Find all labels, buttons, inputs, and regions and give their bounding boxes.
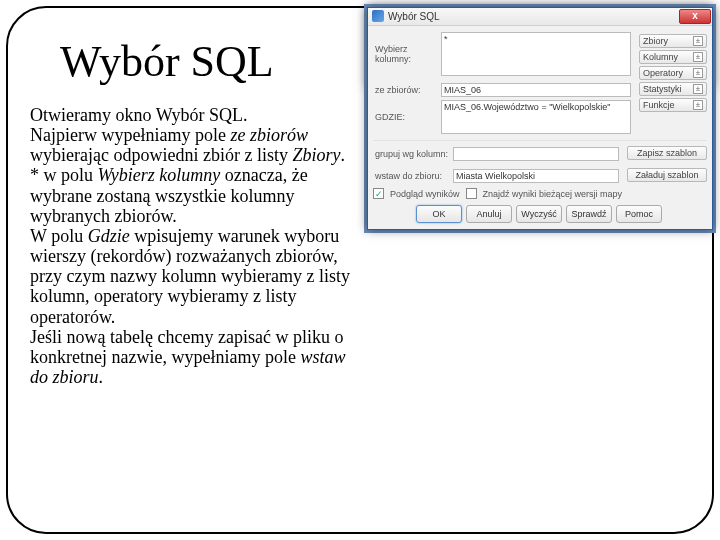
text-2c-italic: Zbiory bbox=[292, 145, 340, 165]
side-button-funkcje[interactable]: Funkcje± bbox=[639, 98, 707, 112]
help-button[interactable]: Pomoc bbox=[616, 205, 662, 223]
dialog-titlebar[interactable]: Wybór SQL x bbox=[368, 8, 712, 26]
expand-icon[interactable]: ± bbox=[693, 52, 703, 62]
close-button[interactable]: x bbox=[679, 9, 711, 24]
label-ze-zbiorow: ze zbiorów: bbox=[373, 85, 441, 95]
expand-icon[interactable]: ± bbox=[693, 84, 703, 94]
button-zapisz-szablon-label: Zapisz szablon bbox=[637, 148, 697, 158]
checkbox-podglad[interactable]: ✓ bbox=[373, 188, 384, 199]
dialog-backdrop: Wybór SQL x Wybierz kolumny: * ze zbioró… bbox=[364, 4, 716, 233]
field-ze-zbiorow[interactable]: MIAS_06 bbox=[441, 83, 631, 97]
text-2d: . bbox=[340, 145, 345, 165]
ok-button[interactable]: OK bbox=[416, 205, 462, 223]
slide-body: Otwieramy okno Wybór SQL. Najpierw wypeł… bbox=[30, 105, 360, 387]
text-2b: wybierając odpowiedni zbiór z listy bbox=[30, 145, 292, 165]
dialog-title: Wybór SQL bbox=[388, 11, 440, 22]
side-button-kolumny-label: Kolumny bbox=[643, 52, 678, 62]
label-wstaw: wstaw do zbioru: bbox=[373, 171, 453, 181]
text-2-italic: ze zbiorów bbox=[230, 125, 308, 145]
button-zaladuj-szablon-label: Załaduj szablon bbox=[635, 170, 698, 180]
text-2a: Najpierw wypełniamy pole bbox=[30, 125, 230, 145]
side-button-operatory-label: Operatory bbox=[643, 68, 683, 78]
label-gdzie: GDZIE: bbox=[373, 112, 441, 122]
clear-button[interactable]: Wyczyść bbox=[516, 205, 562, 223]
text-5b: . bbox=[99, 367, 104, 387]
text-4-italic: Gdzie bbox=[88, 226, 130, 246]
text-3-italic: Wybierz kolumny bbox=[98, 165, 221, 185]
check-button[interactable]: Sprawdź bbox=[566, 205, 612, 223]
checkbox-znajdz-label: Znajdź wyniki bieżącej wersji mapy bbox=[483, 189, 623, 199]
text-4a: W polu bbox=[30, 226, 88, 246]
app-icon bbox=[372, 10, 384, 22]
expand-icon[interactable]: ± bbox=[693, 68, 703, 78]
button-zapisz-szablon[interactable]: Zapisz szablon bbox=[627, 146, 707, 160]
side-button-zbiory-label: Zbiory bbox=[643, 36, 668, 46]
side-button-statystyki-label: Statystyki bbox=[643, 84, 682, 94]
text-5a: Jeśli nową tabelę chcemy zapisać w pliku… bbox=[30, 327, 343, 367]
field-wstaw[interactable]: Miasta Wielkopolski bbox=[453, 169, 619, 183]
cancel-button[interactable]: Anuluj bbox=[466, 205, 512, 223]
side-button-zbiory[interactable]: Zbiory± bbox=[639, 34, 707, 48]
checkbox-podglad-label: Podgląd wyników bbox=[390, 189, 460, 199]
separator bbox=[373, 140, 707, 144]
expand-icon[interactable]: ± bbox=[693, 36, 703, 46]
sql-dialog: Wybór SQL x Wybierz kolumny: * ze zbioró… bbox=[367, 7, 713, 230]
expand-icon[interactable]: ± bbox=[693, 100, 703, 110]
field-grupuj[interactable] bbox=[453, 147, 619, 161]
dialog-body: Wybierz kolumny: * ze zbiorów: MIAS_06 G… bbox=[368, 26, 712, 229]
text-3a: * w polu bbox=[30, 165, 98, 185]
side-button-kolumny[interactable]: Kolumny± bbox=[639, 50, 707, 64]
checkbox-znajdz[interactable] bbox=[466, 188, 477, 199]
field-wybierz-kolumny[interactable]: * bbox=[441, 32, 631, 76]
field-gdzie[interactable]: MIAS_06.Województwo = "Wielkopolskie" bbox=[441, 100, 631, 134]
button-zaladuj-szablon[interactable]: Załaduj szablon bbox=[627, 168, 707, 182]
side-button-operatory[interactable]: Operatory± bbox=[639, 66, 707, 80]
text-line-1: Otwieramy okno Wybór SQL. bbox=[30, 105, 248, 125]
slide-title: Wybór SQL bbox=[60, 36, 360, 87]
side-button-funkcje-label: Funkcje bbox=[643, 100, 675, 110]
label-grupuj: grupuj wg kolumn: bbox=[373, 149, 453, 159]
side-button-statystyki[interactable]: Statystyki± bbox=[639, 82, 707, 96]
left-column: Wybór SQL Otwieramy okno Wybór SQL. Najp… bbox=[30, 26, 360, 387]
label-wybierz-kolumny: Wybierz kolumny: bbox=[373, 44, 441, 64]
